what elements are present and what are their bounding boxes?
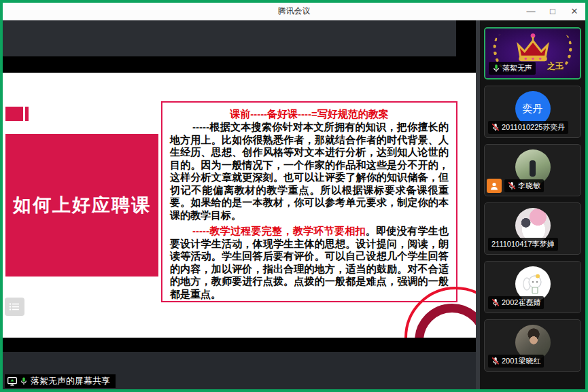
slide-paragraph-1: -----根据文本搜索你针对本文所拥有的知识，把你擅长的地方用上。比如你很熟悉作… xyxy=(170,121,449,221)
participant-name: 2011010225苏奕丹 xyxy=(502,122,565,132)
participants-sidebar: 之王 落絮无声 奕丹 xyxy=(480,20,585,389)
panel-list-icon xyxy=(9,302,20,311)
crown-icon xyxy=(512,33,554,64)
mic-muted-icon xyxy=(491,357,500,366)
participant-name: 2002崔磊婧 xyxy=(502,298,540,308)
maximize-button[interactable]: □ xyxy=(547,6,558,17)
mic-on-icon xyxy=(492,64,500,73)
window-controls: — □ ✕ xyxy=(525,3,580,20)
tencent-meeting-window: 腾讯会议 — □ ✕ 如何上好应聘课 课前-----备好课----=写好规范的教… xyxy=(0,0,588,392)
mic-muted-icon xyxy=(508,181,516,190)
person-icon xyxy=(489,181,499,191)
slide-title: 课前-----备好课----=写好规范的教案 xyxy=(170,107,449,121)
avatar-overlay-text: 之王 xyxy=(547,60,564,72)
slide-banner-text: 如何上好应聘课 xyxy=(13,193,151,217)
cartoon-character-icon xyxy=(519,270,547,298)
screen-share-status-text: 落絮无声的屏幕共享 xyxy=(31,375,110,387)
participant-tile[interactable]: 2002崔磊婧 xyxy=(484,261,581,313)
mic-on-icon xyxy=(20,376,28,386)
participant-tile[interactable]: 奕丹 2011010225苏奕丹 xyxy=(484,86,581,138)
slide-textbox: 课前-----备好课----=写好规范的教案 -----根据文本搜索你针对本文所… xyxy=(161,101,457,302)
shared-screen-dark-band xyxy=(3,20,456,56)
slide-paragraph-2-red-lead: -----教学过程要完整，教学环节要相扣 xyxy=(192,225,366,236)
participant-name-bar: 2001梁晓红 xyxy=(488,355,544,368)
panel-toggle-button[interactable] xyxy=(5,298,24,316)
window-title: 腾讯会议 xyxy=(278,5,311,17)
participant-tile[interactable]: 2001梁晓红 xyxy=(484,319,581,372)
participant-name: 2001梁晓红 xyxy=(502,356,540,366)
shared-screen-edge-strip xyxy=(476,20,480,389)
presentation-slide: 如何上好应聘课 课前-----备好课----=写好规范的教案 -----根据文本… xyxy=(3,73,476,338)
participant-name-bar: 李晓敏 xyxy=(504,179,544,192)
participant-tile[interactable]: 2111010417李梦婵 xyxy=(484,202,581,255)
participant-name: 李晓敏 xyxy=(518,181,540,191)
participant-name-bar: 2111010417李梦婵 xyxy=(488,238,558,251)
slide-red-bar-decoration xyxy=(25,107,29,121)
mic-muted-icon xyxy=(491,298,500,307)
slide-paragraph-2: -----教学过程要完整，教学环节要相扣。即使没有学生也要设计学生活动，体现学生… xyxy=(170,225,449,300)
participant-name: 落絮无声 xyxy=(502,63,532,73)
shared-screen-area: 如何上好应聘课 课前-----备好课----=写好规范的教案 -----根据文本… xyxy=(3,20,480,389)
slide-red-square-decoration xyxy=(5,107,23,121)
titlebar: 腾讯会议 — □ ✕ xyxy=(3,3,585,20)
participant-tile[interactable]: 李晓敏 xyxy=(484,144,581,196)
mic-muted-icon xyxy=(491,123,500,132)
screen-share-status: 落絮无声的屏幕共享 xyxy=(5,374,116,388)
screen-share-icon xyxy=(7,377,17,386)
participant-name-bar: 落絮无声 xyxy=(489,62,536,75)
participant-name-bar: 2002崔磊婧 xyxy=(488,296,544,309)
close-button[interactable]: ✕ xyxy=(569,6,580,17)
participant-name-bar: 2011010225苏奕丹 xyxy=(488,121,568,134)
person-badge xyxy=(487,179,502,193)
participant-name: 2111010417李梦婵 xyxy=(491,239,555,249)
slide-side-banner: 如何上好应聘课 xyxy=(5,134,158,277)
participant-tile[interactable]: 之王 落絮无声 xyxy=(484,27,581,79)
minimize-button[interactable]: — xyxy=(525,6,536,17)
avatar-initials-text: 奕丹 xyxy=(523,103,543,115)
content-area: 如何上好应聘课 课前-----备好课----=写好规范的教案 -----根据文本… xyxy=(3,20,585,389)
